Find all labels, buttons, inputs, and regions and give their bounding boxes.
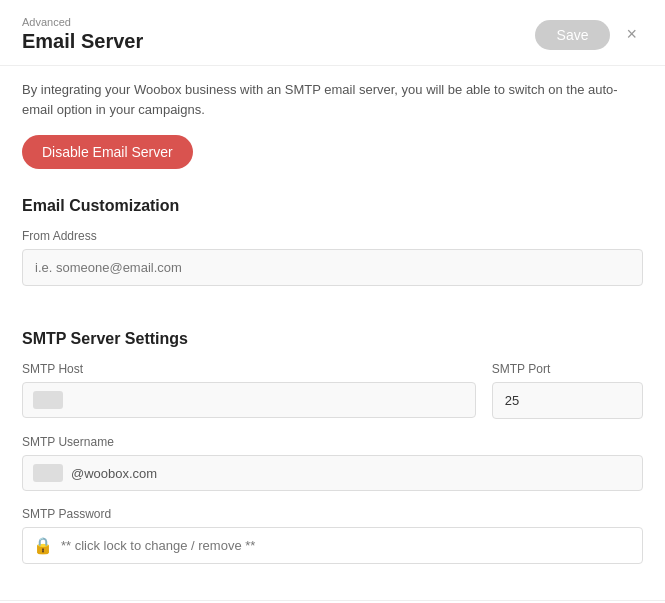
- smtp-password-label: SMTP Password: [22, 507, 643, 521]
- close-button[interactable]: ×: [620, 22, 643, 47]
- header-title-group: Advanced Email Server: [22, 16, 143, 53]
- from-address-label: From Address: [22, 229, 643, 243]
- page-title: Email Server: [22, 30, 143, 52]
- smtp-settings-title: SMTP Server Settings: [22, 330, 643, 348]
- smtp-host-label: SMTP Host: [22, 362, 476, 376]
- advanced-label: Advanced: [22, 16, 143, 28]
- username-suffix: @woobox.com: [71, 466, 157, 481]
- smtp-password-field: SMTP Password 🔒: [22, 507, 643, 564]
- smtp-host-input-wrap: [22, 382, 476, 418]
- smtp-host-input[interactable]: [71, 391, 465, 409]
- from-address-input[interactable]: [22, 249, 643, 286]
- smtp-username-wrap: @woobox.com: [22, 455, 643, 491]
- smtp-host-placeholder-box: [33, 391, 63, 409]
- smtp-port-input[interactable]: [492, 382, 643, 419]
- email-customization-title: Email Customization: [22, 197, 643, 215]
- smtp-username-label: SMTP Username: [22, 435, 643, 449]
- email-customization-section: Email Customization From Address: [0, 179, 665, 312]
- smtp-password-wrap[interactable]: 🔒: [22, 527, 643, 564]
- save-button[interactable]: Save: [535, 20, 611, 50]
- username-placeholder-box: [33, 464, 63, 482]
- lock-icon[interactable]: 🔒: [33, 536, 53, 555]
- disable-email-server-button[interactable]: Disable Email Server: [22, 135, 193, 169]
- smtp-port-label: SMTP Port: [492, 362, 643, 376]
- smtp-host-col: SMTP Host: [22, 362, 476, 419]
- modal-header: Advanced Email Server Save ×: [0, 0, 665, 66]
- description-text: By integrating your Woobox business with…: [0, 66, 665, 129]
- header-actions: Save ×: [535, 20, 643, 50]
- smtp-port-col: SMTP Port: [492, 362, 643, 419]
- smtp-username-field: SMTP Username @woobox.com: [22, 435, 643, 491]
- smtp-settings-section: SMTP Server Settings SMTP Host SMTP Port…: [0, 312, 665, 590]
- smtp-password-input[interactable]: [61, 538, 632, 553]
- from-address-field: From Address: [22, 229, 643, 286]
- smtp-host-port-row: SMTP Host SMTP Port: [22, 362, 643, 419]
